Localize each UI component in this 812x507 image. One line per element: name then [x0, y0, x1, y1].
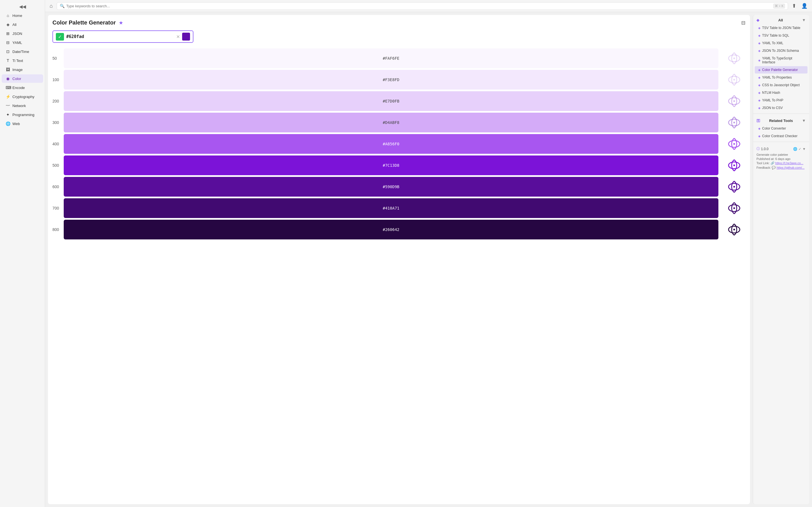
brand-icon-300 [726, 113, 743, 132]
sidebar-item-encode[interactable]: ⌨ Encode [2, 83, 43, 92]
palette-shade-label: 50 [52, 56, 64, 61]
clear-input-button[interactable]: ✕ [176, 34, 180, 40]
sidebar-item-color[interactable]: ◉ Color [2, 74, 43, 83]
search-input[interactable] [66, 4, 772, 8]
feedback-url[interactable]: https://github.com/... [777, 166, 805, 169]
sidebar-item-web[interactable]: 🌐 Web [2, 119, 43, 128]
sidebar-item-network[interactable]: 〰 Network [2, 101, 43, 110]
palette-swatch[interactable]: #7C13D8 [64, 156, 718, 175]
version-globe-button[interactable]: 🌐 [793, 147, 797, 151]
palette-row: 600#590D9B [52, 177, 718, 196]
right-tool-item-yaml-to-xml[interactable]: ◈YAML To XML [755, 40, 808, 47]
yaml-icon: ⊟ [6, 40, 10, 45]
brand-icon-700 [726, 198, 743, 218]
datetime-icon: ⊡ [6, 49, 10, 54]
topbar: ⌂ 🔍 ⌘ + K ⬆ 👤 [45, 0, 812, 12]
palette-swatch[interactable]: #590D9B [64, 177, 718, 196]
content-area: Color Palette Generator ★ ⊟ ✓ ✕ 50#FAF6F… [45, 12, 812, 507]
version-expand-button[interactable]: ▼ [802, 147, 806, 151]
palette-swatches: 50#FAF6FE100#F3E8FD200#E7D0FB300#D4ABF84… [52, 48, 718, 241]
palette-swatch[interactable]: #A856F0 [64, 134, 718, 154]
all-section-toggle[interactable]: ▼ [802, 18, 806, 22]
right-tool-item-yaml-to-php[interactable]: ◈YAML To PHP [755, 97, 808, 104]
version-description: Generate color paletee [756, 153, 806, 156]
tool-item-icon: ◈ [758, 83, 760, 87]
related-tool-item-color-converter[interactable]: ◈Color Converter [755, 125, 808, 132]
sidebar-collapse-button[interactable]: ◀◀ [0, 2, 45, 11]
right-tool-item-json-to-schema[interactable]: ◈JSON To JSON Schema [755, 47, 808, 54]
sidebar-item-label: Date/Time [12, 50, 29, 54]
tool-item-icon: ◈ [758, 68, 760, 72]
sidebar-item-label: Encode [12, 86, 25, 90]
tool-title: Color Palette Generator [52, 19, 116, 26]
sidebar-item-json[interactable]: ⊞ JSON [2, 29, 43, 38]
sidebar-item-datetime[interactable]: ⊡ Date/Time [2, 47, 43, 56]
sidebar: ◀◀ ⌂ Home ◈ All ⊞ JSON ⊟ YAML ⊡ Date/Tim… [0, 0, 45, 507]
panel-toggle-button[interactable]: ⊟ [741, 20, 746, 26]
right-tool-item-yaml-to-props[interactable]: ◈YAML To Properties [755, 74, 808, 81]
brand-icon-50 [726, 48, 743, 68]
brand-icon-500 [726, 156, 743, 175]
sidebar-item-home[interactable]: ⌂ Home [2, 11, 43, 20]
palette-row: 200#E7D0FB [52, 91, 718, 111]
related-tool-item-color-contrast[interactable]: ◈Color Contrast Checker [755, 132, 808, 140]
right-tool-item-json-to-csv[interactable]: ◈JSON to CSV [755, 104, 808, 112]
palette-swatch[interactable]: #260642 [64, 220, 718, 239]
share-button[interactable]: ⬆ [790, 2, 798, 10]
palette-swatch[interactable]: #F3E8FD [64, 70, 718, 90]
home-button[interactable]: ⌂ [48, 2, 54, 10]
svg-point-9 [733, 143, 735, 145]
link-icon: 🔗 [770, 161, 775, 165]
color-input-row: ✓ ✕ [52, 31, 193, 43]
favorite-button[interactable]: ★ [119, 20, 123, 26]
tool-link-url[interactable]: https://t.he3app.co... [775, 161, 804, 165]
palette-swatch[interactable]: #D4ABF8 [64, 113, 718, 132]
related-icon: ⚿ [756, 119, 760, 123]
palette-shade-label: 100 [52, 77, 64, 82]
palette-swatch[interactable]: #410A71 [64, 198, 718, 218]
right-tool-item-color-palette[interactable]: ◈Color Palette Generator [755, 66, 808, 73]
json-icon: ⊞ [6, 31, 10, 36]
svg-point-11 [733, 165, 735, 166]
right-tool-item-yaml-to-ts[interactable]: ◈YAML To TypeScript Interface [755, 55, 808, 66]
version-feedback: Feedback: 💬 https://github.com/... [756, 166, 806, 170]
palette-swatch[interactable]: #E7D0FB [64, 91, 718, 111]
related-item-label: Color Contrast Checker [762, 134, 797, 138]
palette-shade-label: 600 [52, 184, 64, 189]
confirm-button[interactable]: ✓ [56, 33, 64, 41]
version-number: 1.0.0 [761, 147, 769, 151]
palette-swatch[interactable]: #FAF6FE [64, 48, 718, 68]
sidebar-item-yaml[interactable]: ⊟ YAML [2, 38, 43, 47]
color-icon: ◉ [6, 76, 10, 81]
sidebar-item-label: Ti Text [12, 59, 23, 63]
tool-item-label: YAML To TypeScript Interface [762, 56, 804, 64]
right-tool-item-ntlm-hash[interactable]: ◈NTLM Hash [755, 89, 808, 96]
related-item-icon: ◈ [758, 134, 760, 138]
tool-item-icon: ◈ [758, 34, 760, 38]
sidebar-item-cryptography[interactable]: ⚡ Cryptography [2, 93, 43, 101]
related-section-toggle[interactable]: ▼ [802, 118, 806, 123]
sidebar-item-image[interactable]: 🖼 Image [2, 65, 43, 74]
right-tool-item-css-to-js[interactable]: ◈CSS to Javascript Object [755, 81, 808, 89]
tool-item-label: TSV Table to JSON Table [762, 26, 801, 30]
search-bar: 🔍 ⌘ + K [57, 2, 788, 10]
sidebar-item-text[interactable]: T Ti Text [2, 56, 43, 65]
sidebar-item-programming[interactable]: ✦ Programming [2, 110, 43, 119]
user-button[interactable]: 👤 [800, 2, 809, 10]
main-area: ⌂ 🔍 ⌘ + K ⬆ 👤 Color Palette Generator ★ … [45, 0, 812, 507]
version-actions: 🌐 ✓ ▼ [793, 147, 806, 151]
right-tool-item-tsv-to-json[interactable]: ◈TSV Table to JSON Table [755, 24, 808, 32]
sidebar-item-label: All [12, 22, 16, 27]
sidebar-item-all[interactable]: ◈ All [2, 20, 43, 29]
palette-shade-label: 700 [52, 206, 64, 210]
feedback-icon: 💬 [772, 166, 776, 169]
tool-item-label: JSON To JSON Schema [762, 49, 799, 53]
version-header: ⓘ 1.0.0 🌐 ✓ ▼ [756, 147, 806, 151]
version-section: ⓘ 1.0.0 🌐 ✓ ▼ Generate color paletee Pub… [753, 144, 809, 173]
right-tool-item-tsv-to-sql[interactable]: ◈TSV Table to SQL [755, 32, 808, 39]
svg-point-1 [733, 57, 735, 59]
color-hex-input[interactable] [66, 34, 174, 39]
color-swatch-preview[interactable] [182, 33, 190, 41]
version-check-button[interactable]: ✓ [799, 147, 801, 151]
tool-item-icon: ◈ [758, 91, 760, 95]
